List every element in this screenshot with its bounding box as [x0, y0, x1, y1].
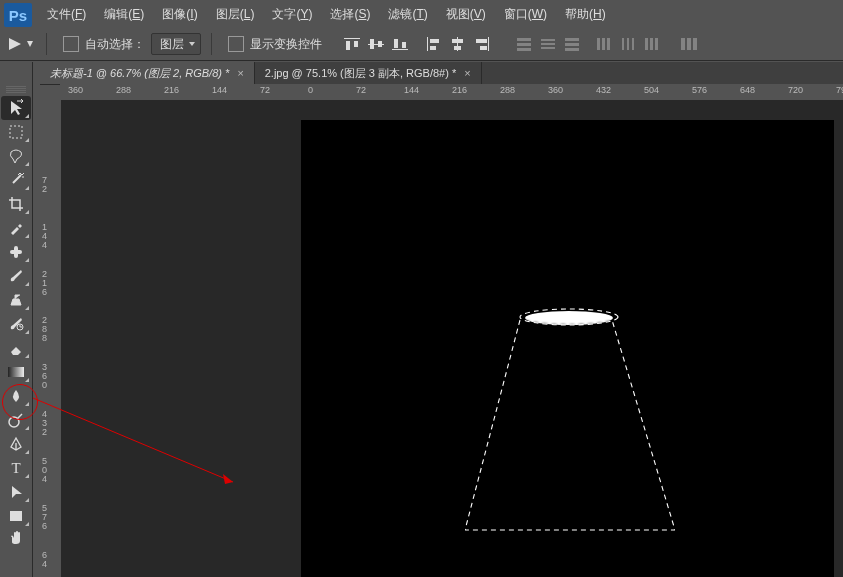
svg-rect-2	[344, 38, 360, 39]
svg-rect-18	[476, 39, 487, 43]
svg-rect-37	[655, 38, 658, 50]
svg-rect-40	[693, 38, 697, 50]
svg-rect-24	[541, 43, 555, 45]
panel-grip[interactable]	[6, 86, 26, 94]
clone-stamp-tool[interactable]	[1, 288, 31, 312]
svg-rect-15	[452, 39, 463, 43]
rectangle-tool[interactable]	[1, 504, 31, 528]
ruler-tick: 360	[548, 85, 563, 95]
svg-rect-20	[517, 38, 531, 41]
menu-edit[interactable]: 编辑(E)	[95, 0, 153, 28]
distribute-right-icon	[640, 33, 664, 55]
magic-wand-tool[interactable]	[1, 168, 31, 192]
options-bar: 自动选择： 图层 显示变换控件	[0, 28, 843, 61]
eyedropper-tool[interactable]	[1, 216, 31, 240]
ruler-tick: 2	[42, 185, 47, 194]
menu-view[interactable]: 视图(V)	[437, 0, 495, 28]
menu-file[interactable]: 文件(F)	[38, 0, 95, 28]
menu-filter[interactable]: 滤镜(T)	[379, 0, 436, 28]
svg-rect-30	[602, 38, 605, 50]
align-right-edges-icon[interactable]	[470, 33, 494, 55]
distribute-vcenter-icon	[536, 33, 560, 55]
svg-rect-44	[14, 246, 18, 258]
svg-rect-6	[370, 39, 374, 49]
ruler-tick: 720	[788, 85, 803, 95]
ruler-tick: 6	[42, 288, 47, 297]
blur-tool[interactable]	[1, 384, 31, 408]
svg-rect-19	[480, 46, 487, 50]
brush-tool[interactable]	[1, 264, 31, 288]
menu-help[interactable]: 帮助(H)	[556, 0, 615, 28]
ruler-tick: 0	[42, 381, 47, 390]
document-tab[interactable]: 2.jpg @ 75.1% (图层 3 副本, RGB/8#) * ×	[255, 62, 482, 84]
svg-rect-8	[392, 49, 408, 50]
ruler-tick: 2	[42, 428, 47, 437]
tab-title: 未标题-1 @ 66.7% (图层 2, RGB/8) *	[50, 66, 229, 81]
close-icon[interactable]: ×	[237, 67, 243, 79]
svg-marker-41	[11, 101, 22, 115]
gradient-tool[interactable]	[1, 360, 31, 384]
svg-rect-10	[402, 42, 406, 48]
tool-preset-button[interactable]	[0, 35, 42, 53]
document-canvas[interactable]	[301, 120, 834, 577]
svg-rect-36	[650, 38, 653, 50]
align-top-edges-icon[interactable]	[340, 33, 364, 55]
menu-bar: Ps 文件(F) 编辑(E) 图像(I) 图层(L) 文字(Y) 选择(S) 滤…	[0, 0, 843, 29]
ruler-tick: 79	[836, 85, 843, 95]
svg-rect-17	[488, 37, 489, 51]
separator	[46, 33, 47, 55]
svg-rect-13	[430, 46, 436, 50]
align-hcenter-icon[interactable]	[446, 33, 470, 55]
svg-rect-38	[681, 38, 685, 50]
menu-type[interactable]: 文字(Y)	[263, 0, 321, 28]
distribute-left-icon	[592, 33, 616, 55]
ruler-tick: 4	[42, 241, 47, 250]
svg-rect-7	[378, 41, 382, 47]
ruler-tick: 504	[644, 85, 659, 95]
show-transform-checkbox[interactable]	[228, 36, 244, 52]
align-bottom-edges-icon[interactable]	[388, 33, 412, 55]
ruler-tick: 216	[452, 85, 467, 95]
pen-tool[interactable]	[1, 432, 31, 456]
auto-select-checkbox[interactable]	[63, 36, 79, 52]
svg-marker-49	[12, 486, 22, 498]
menu-window[interactable]: 窗口(W)	[495, 0, 556, 28]
path-selection-tool[interactable]	[1, 480, 31, 504]
svg-rect-21	[517, 43, 531, 46]
history-brush-tool[interactable]	[1, 312, 31, 336]
canvas-workarea[interactable]	[61, 100, 843, 577]
move-tool[interactable]	[1, 96, 31, 120]
auto-select-target-dropdown[interactable]: 图层	[151, 33, 201, 55]
svg-rect-35	[645, 38, 648, 50]
dodge-tool[interactable]	[1, 408, 31, 432]
svg-rect-16	[454, 46, 461, 50]
document-tabs: 未标题-1 @ 66.7% (图层 2, RGB/8) * × 2.jpg @ …	[40, 62, 843, 85]
healing-brush-tool[interactable]	[1, 240, 31, 264]
close-icon[interactable]: ×	[464, 67, 470, 79]
document-tab-active[interactable]: 未标题-1 @ 66.7% (图层 2, RGB/8) * ×	[40, 62, 255, 84]
menu-image[interactable]: 图像(I)	[153, 0, 206, 28]
svg-rect-12	[430, 39, 439, 43]
ruler-tick: 648	[740, 85, 755, 95]
svg-rect-39	[687, 38, 691, 50]
type-tool[interactable]: T	[1, 456, 31, 480]
svg-rect-4	[354, 41, 358, 47]
eraser-tool[interactable]	[1, 336, 31, 360]
menu-layer[interactable]: 图层(L)	[207, 0, 264, 28]
show-transform-label: 显示变换控件	[250, 36, 322, 53]
selection-ellipse-fill	[525, 311, 613, 325]
crop-tool[interactable]	[1, 192, 31, 216]
svg-rect-26	[565, 38, 579, 41]
ruler-tick: 360	[68, 85, 83, 95]
align-vcenter-icon[interactable]	[364, 33, 388, 55]
align-left-edges-icon[interactable]	[422, 33, 446, 55]
svg-rect-42	[10, 126, 22, 138]
ruler-tick: 0	[308, 85, 313, 95]
auto-select-label: 自动选择：	[85, 36, 145, 53]
lasso-tool[interactable]	[1, 144, 31, 168]
marquee-tool[interactable]	[1, 120, 31, 144]
ruler-tick: 6	[42, 522, 47, 531]
hand-tool[interactable]	[1, 528, 31, 546]
svg-rect-3	[346, 41, 350, 50]
menu-select[interactable]: 选择(S)	[321, 0, 379, 28]
